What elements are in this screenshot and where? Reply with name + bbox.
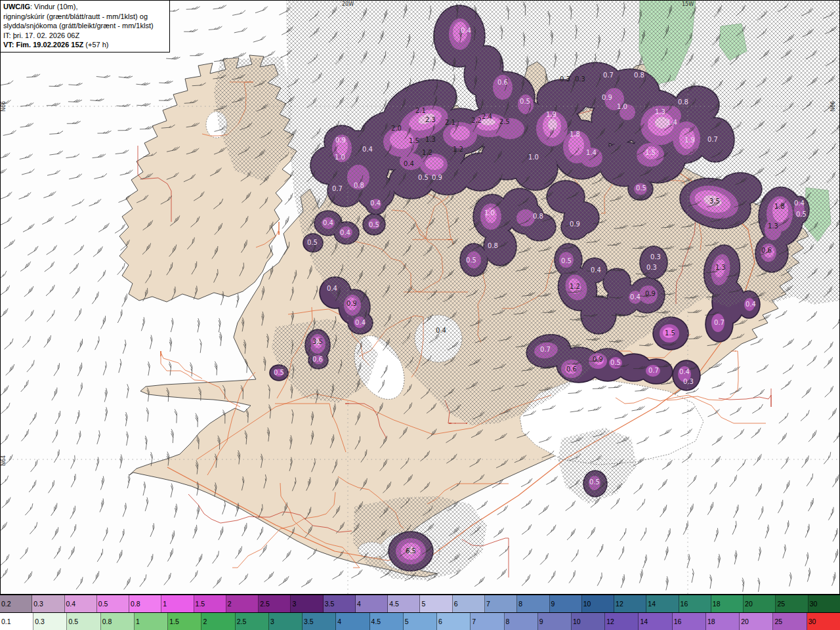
colorbar-cell: 1.5 [168, 613, 201, 630]
colorbar-cell: 0.5 [67, 613, 100, 630]
svg-text:0.7: 0.7 [714, 319, 724, 326]
colorbar-cell: 14 [646, 595, 679, 612]
svg-text:0.4: 0.4 [746, 301, 756, 308]
legend-colorbars: 0.20.30.40.50.811.522.533.544.5567891012… [0, 595, 840, 630]
svg-text:0.9: 0.9 [432, 174, 442, 181]
svg-text:0.4: 0.4 [461, 27, 471, 34]
svg-text:0.8: 0.8 [488, 242, 498, 249]
svg-text:0.7: 0.7 [603, 72, 614, 79]
colorbar-cell-label: 14 [648, 600, 656, 608]
svg-text:1.4: 1.4 [586, 149, 597, 156]
colorbar-cell-label: 18 [713, 600, 721, 608]
svg-text:0.4: 0.4 [591, 266, 601, 274]
colorbar-cell: 30 [808, 595, 840, 612]
svg-text:1.2: 1.2 [453, 146, 463, 153]
colorbar-cell-label: 2 [228, 600, 232, 608]
svg-text:2.5: 2.5 [499, 118, 510, 125]
svg-text:2.1: 2.1 [445, 119, 455, 126]
colorbar-cell-label: 30 [810, 600, 818, 608]
colorbar-cell-label: 0.2 [1, 600, 11, 608]
colorbar-cell-label: 9 [539, 618, 543, 625]
svg-text:0.9: 0.9 [602, 94, 612, 101]
colorbar-cell: 1 [135, 613, 168, 630]
colorbar-cell: 12 [614, 595, 646, 612]
colorbar-cell-label: 12 [606, 618, 614, 625]
svg-text:0.4: 0.4 [362, 146, 373, 153]
colorbar-cell: 4.5 [370, 613, 404, 630]
colorbar-cell-label: 0.8 [131, 600, 140, 608]
colorbar-cell-label: 6 [454, 600, 458, 608]
colorbar-cell-label: 3.5 [304, 618, 314, 625]
colorbar-cell: 3 [269, 613, 303, 630]
colorbar-cell-label: 10 [573, 618, 581, 625]
info-line-init-time: IT: þri. 17. 02. 2026 06Z [3, 31, 165, 41]
svg-text:3.5: 3.5 [312, 338, 323, 345]
colorbar-cell: 30 [807, 613, 840, 630]
svg-text:1.2: 1.2 [570, 283, 580, 290]
colorbar-cell-label: 25 [777, 600, 785, 608]
svg-text:0.4: 0.4 [370, 200, 381, 207]
colorbar-cell: 9 [550, 595, 582, 612]
colorbar-cell-label: 14 [640, 618, 648, 625]
svg-text:1.3: 1.3 [655, 108, 665, 116]
svg-text:1.0: 1.0 [484, 209, 495, 217]
svg-text:1.0: 1.0 [335, 154, 345, 161]
colorbar-cell-label: 0.1 [1, 618, 11, 625]
svg-text:1.8: 1.8 [774, 203, 785, 210]
colorbar-cell-label: 4.5 [371, 618, 381, 625]
svg-text:2.1: 2.1 [415, 107, 426, 114]
colorbar-cell-label: 0.8 [102, 618, 112, 625]
colorbar-cell: 0.3 [33, 613, 67, 630]
colorbar-cell-label: 0.5 [68, 618, 78, 625]
svg-text:0.4: 0.4 [355, 319, 366, 326]
svg-text:1.0: 1.0 [617, 103, 627, 110]
svg-text:0.4: 0.4 [436, 327, 446, 334]
info-line-rain: rigning/skúrir (grænt/blátt/rautt - mm/1… [3, 12, 165, 22]
model-name: UWC/IG [3, 3, 30, 10]
svg-text:0.5: 0.5 [796, 211, 807, 218]
colorbar-cell: 3.5 [303, 613, 336, 630]
colorbar-cell: 3 [291, 595, 323, 612]
colorbar-cell-label: 5 [405, 618, 409, 625]
colorbar-cell: 1 [161, 595, 194, 612]
svg-text:N64: N64 [1, 455, 7, 466]
svg-text:1.5: 1.5 [645, 149, 656, 156]
colorbar-cell: 0.5 [97, 595, 129, 612]
colorbar-cell: 20 [744, 595, 776, 612]
colorbar-cell-label: 0.3 [35, 618, 45, 625]
svg-text:0.5: 0.5 [520, 98, 530, 105]
svg-text:0.5: 0.5 [369, 221, 379, 228]
colorbar-cell-label: 1 [163, 600, 167, 608]
colorbar-cell: 18 [711, 595, 744, 612]
colorbar-cell-label: 7 [472, 618, 476, 625]
colorbar-cell: 12 [605, 613, 639, 630]
svg-text:0.6: 0.6 [312, 356, 323, 363]
colorbar-cell: 2 [201, 613, 235, 630]
colorbar-cell: 5 [420, 595, 452, 612]
colorbar-cell: 10 [582, 595, 614, 612]
svg-text:0.9: 0.9 [346, 300, 357, 307]
svg-text:1.3: 1.3 [715, 264, 726, 271]
colorbar-cell-label: 8 [518, 600, 522, 608]
colorbar-cell: 0.8 [101, 613, 135, 630]
svg-text:0.3: 0.3 [646, 264, 657, 271]
colorbar-cell-label: 0.5 [98, 600, 108, 608]
colorbar-cell: 2 [226, 595, 259, 612]
svg-text:1.3: 1.3 [425, 136, 436, 143]
colorbar-cell: 16 [673, 613, 706, 630]
svg-text:1.9: 1.9 [684, 136, 695, 144]
colorbar-cell: 7 [485, 595, 517, 612]
info-line-valid-time: VT: Fim. 19.02.2026 15Z (+57 h) [3, 40, 165, 50]
svg-text:0.7: 0.7 [540, 346, 551, 353]
svg-text:20W: 20W [342, 1, 354, 7]
svg-text:1.4: 1.4 [667, 119, 677, 126]
weather-map-app: 0.40.60.50.30.30.70.80.91.01.91.81.31.40… [0, 0, 840, 630]
colorbar-cell-label: 6 [438, 618, 442, 625]
svg-text:0.5: 0.5 [307, 239, 318, 246]
svg-text:0.6: 0.6 [761, 247, 772, 254]
svg-text:1.9: 1.9 [546, 111, 556, 118]
svg-text:1.5: 1.5 [665, 329, 675, 337]
svg-text:0.3: 0.3 [575, 75, 585, 83]
colorbar-cell-label: 20 [745, 600, 753, 608]
svg-text:0.4: 0.4 [679, 368, 690, 375]
